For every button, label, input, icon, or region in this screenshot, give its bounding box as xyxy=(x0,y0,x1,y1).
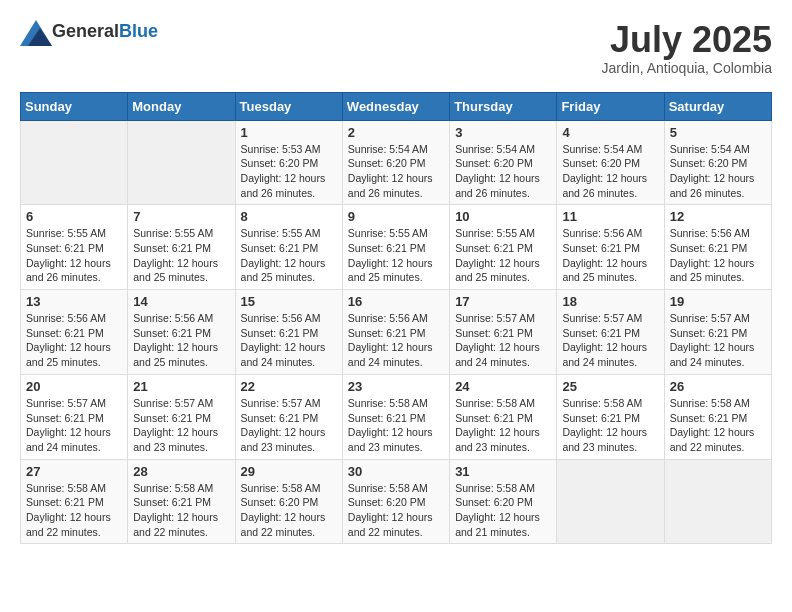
calendar-cell: 29Sunrise: 5:58 AMSunset: 6:20 PMDayligh… xyxy=(235,459,342,544)
calendar-cell: 19Sunrise: 5:57 AMSunset: 6:21 PMDayligh… xyxy=(664,290,771,375)
day-info: Sunrise: 5:54 AMSunset: 6:20 PMDaylight:… xyxy=(348,142,444,201)
day-number: 9 xyxy=(348,209,444,224)
weekday-header-thursday: Thursday xyxy=(450,92,557,120)
calendar-cell: 18Sunrise: 5:57 AMSunset: 6:21 PMDayligh… xyxy=(557,290,664,375)
day-info: Sunrise: 5:55 AMSunset: 6:21 PMDaylight:… xyxy=(455,226,551,285)
day-number: 22 xyxy=(241,379,337,394)
location-subtitle: Jardin, Antioquia, Colombia xyxy=(602,60,772,76)
day-info: Sunrise: 5:57 AMSunset: 6:21 PMDaylight:… xyxy=(455,311,551,370)
day-number: 23 xyxy=(348,379,444,394)
calendar-cell: 12Sunrise: 5:56 AMSunset: 6:21 PMDayligh… xyxy=(664,205,771,290)
logo-blue: Blue xyxy=(119,21,158,41)
week-row-2: 6Sunrise: 5:55 AMSunset: 6:21 PMDaylight… xyxy=(21,205,772,290)
calendar-cell: 22Sunrise: 5:57 AMSunset: 6:21 PMDayligh… xyxy=(235,374,342,459)
calendar-cell: 24Sunrise: 5:58 AMSunset: 6:21 PMDayligh… xyxy=(450,374,557,459)
calendar-cell: 23Sunrise: 5:58 AMSunset: 6:21 PMDayligh… xyxy=(342,374,449,459)
day-number: 25 xyxy=(562,379,658,394)
day-info: Sunrise: 5:57 AMSunset: 6:21 PMDaylight:… xyxy=(133,396,229,455)
day-info: Sunrise: 5:58 AMSunset: 6:20 PMDaylight:… xyxy=(455,481,551,540)
weekday-header-row: SundayMondayTuesdayWednesdayThursdayFrid… xyxy=(21,92,772,120)
day-info: Sunrise: 5:58 AMSunset: 6:20 PMDaylight:… xyxy=(241,481,337,540)
day-info: Sunrise: 5:54 AMSunset: 6:20 PMDaylight:… xyxy=(455,142,551,201)
calendar-cell: 30Sunrise: 5:58 AMSunset: 6:20 PMDayligh… xyxy=(342,459,449,544)
day-info: Sunrise: 5:55 AMSunset: 6:21 PMDaylight:… xyxy=(348,226,444,285)
week-row-3: 13Sunrise: 5:56 AMSunset: 6:21 PMDayligh… xyxy=(21,290,772,375)
day-number: 30 xyxy=(348,464,444,479)
calendar-cell xyxy=(128,120,235,205)
weekday-header-saturday: Saturday xyxy=(664,92,771,120)
day-info: Sunrise: 5:58 AMSunset: 6:21 PMDaylight:… xyxy=(26,481,122,540)
day-number: 10 xyxy=(455,209,551,224)
day-number: 14 xyxy=(133,294,229,309)
day-info: Sunrise: 5:56 AMSunset: 6:21 PMDaylight:… xyxy=(241,311,337,370)
page-header: GeneralBlue July 2025 Jardin, Antioquia,… xyxy=(20,20,772,76)
logo-text: GeneralBlue xyxy=(52,21,158,42)
day-info: Sunrise: 5:56 AMSunset: 6:21 PMDaylight:… xyxy=(348,311,444,370)
calendar-cell: 16Sunrise: 5:56 AMSunset: 6:21 PMDayligh… xyxy=(342,290,449,375)
day-info: Sunrise: 5:55 AMSunset: 6:21 PMDaylight:… xyxy=(26,226,122,285)
day-number: 3 xyxy=(455,125,551,140)
calendar-cell: 6Sunrise: 5:55 AMSunset: 6:21 PMDaylight… xyxy=(21,205,128,290)
month-title: July 2025 xyxy=(602,20,772,60)
calendar-cell: 20Sunrise: 5:57 AMSunset: 6:21 PMDayligh… xyxy=(21,374,128,459)
day-number: 21 xyxy=(133,379,229,394)
day-number: 15 xyxy=(241,294,337,309)
calendar-table: SundayMondayTuesdayWednesdayThursdayFrid… xyxy=(20,92,772,545)
day-info: Sunrise: 5:56 AMSunset: 6:21 PMDaylight:… xyxy=(670,226,766,285)
logo: GeneralBlue xyxy=(20,20,158,42)
day-number: 26 xyxy=(670,379,766,394)
day-number: 13 xyxy=(26,294,122,309)
day-number: 2 xyxy=(348,125,444,140)
day-info: Sunrise: 5:54 AMSunset: 6:20 PMDaylight:… xyxy=(562,142,658,201)
week-row-5: 27Sunrise: 5:58 AMSunset: 6:21 PMDayligh… xyxy=(21,459,772,544)
day-number: 8 xyxy=(241,209,337,224)
day-number: 4 xyxy=(562,125,658,140)
day-number: 16 xyxy=(348,294,444,309)
logo-icon xyxy=(20,20,48,42)
day-info: Sunrise: 5:54 AMSunset: 6:20 PMDaylight:… xyxy=(670,142,766,201)
day-info: Sunrise: 5:58 AMSunset: 6:21 PMDaylight:… xyxy=(455,396,551,455)
day-info: Sunrise: 5:58 AMSunset: 6:21 PMDaylight:… xyxy=(562,396,658,455)
calendar-cell: 14Sunrise: 5:56 AMSunset: 6:21 PMDayligh… xyxy=(128,290,235,375)
day-number: 31 xyxy=(455,464,551,479)
day-info: Sunrise: 5:57 AMSunset: 6:21 PMDaylight:… xyxy=(26,396,122,455)
day-info: Sunrise: 5:55 AMSunset: 6:21 PMDaylight:… xyxy=(133,226,229,285)
day-number: 19 xyxy=(670,294,766,309)
day-info: Sunrise: 5:57 AMSunset: 6:21 PMDaylight:… xyxy=(670,311,766,370)
title-block: July 2025 Jardin, Antioquia, Colombia xyxy=(602,20,772,76)
calendar-cell: 15Sunrise: 5:56 AMSunset: 6:21 PMDayligh… xyxy=(235,290,342,375)
week-row-4: 20Sunrise: 5:57 AMSunset: 6:21 PMDayligh… xyxy=(21,374,772,459)
calendar-cell xyxy=(21,120,128,205)
calendar-cell xyxy=(557,459,664,544)
weekday-header-friday: Friday xyxy=(557,92,664,120)
day-info: Sunrise: 5:57 AMSunset: 6:21 PMDaylight:… xyxy=(562,311,658,370)
day-info: Sunrise: 5:58 AMSunset: 6:21 PMDaylight:… xyxy=(348,396,444,455)
day-number: 11 xyxy=(562,209,658,224)
day-info: Sunrise: 5:56 AMSunset: 6:21 PMDaylight:… xyxy=(26,311,122,370)
day-number: 29 xyxy=(241,464,337,479)
calendar-cell: 11Sunrise: 5:56 AMSunset: 6:21 PMDayligh… xyxy=(557,205,664,290)
calendar-cell: 17Sunrise: 5:57 AMSunset: 6:21 PMDayligh… xyxy=(450,290,557,375)
day-info: Sunrise: 5:57 AMSunset: 6:21 PMDaylight:… xyxy=(241,396,337,455)
calendar-cell: 3Sunrise: 5:54 AMSunset: 6:20 PMDaylight… xyxy=(450,120,557,205)
day-number: 17 xyxy=(455,294,551,309)
calendar-cell: 25Sunrise: 5:58 AMSunset: 6:21 PMDayligh… xyxy=(557,374,664,459)
calendar-cell: 5Sunrise: 5:54 AMSunset: 6:20 PMDaylight… xyxy=(664,120,771,205)
day-info: Sunrise: 5:55 AMSunset: 6:21 PMDaylight:… xyxy=(241,226,337,285)
day-number: 7 xyxy=(133,209,229,224)
calendar-cell: 2Sunrise: 5:54 AMSunset: 6:20 PMDaylight… xyxy=(342,120,449,205)
calendar-cell: 21Sunrise: 5:57 AMSunset: 6:21 PMDayligh… xyxy=(128,374,235,459)
day-info: Sunrise: 5:53 AMSunset: 6:20 PMDaylight:… xyxy=(241,142,337,201)
day-info: Sunrise: 5:58 AMSunset: 6:21 PMDaylight:… xyxy=(670,396,766,455)
weekday-header-tuesday: Tuesday xyxy=(235,92,342,120)
calendar-cell: 28Sunrise: 5:58 AMSunset: 6:21 PMDayligh… xyxy=(128,459,235,544)
calendar-cell: 13Sunrise: 5:56 AMSunset: 6:21 PMDayligh… xyxy=(21,290,128,375)
weekday-header-sunday: Sunday xyxy=(21,92,128,120)
calendar-cell: 1Sunrise: 5:53 AMSunset: 6:20 PMDaylight… xyxy=(235,120,342,205)
weekday-header-wednesday: Wednesday xyxy=(342,92,449,120)
calendar-cell: 7Sunrise: 5:55 AMSunset: 6:21 PMDaylight… xyxy=(128,205,235,290)
day-number: 6 xyxy=(26,209,122,224)
day-number: 18 xyxy=(562,294,658,309)
calendar-cell: 10Sunrise: 5:55 AMSunset: 6:21 PMDayligh… xyxy=(450,205,557,290)
weekday-header-monday: Monday xyxy=(128,92,235,120)
